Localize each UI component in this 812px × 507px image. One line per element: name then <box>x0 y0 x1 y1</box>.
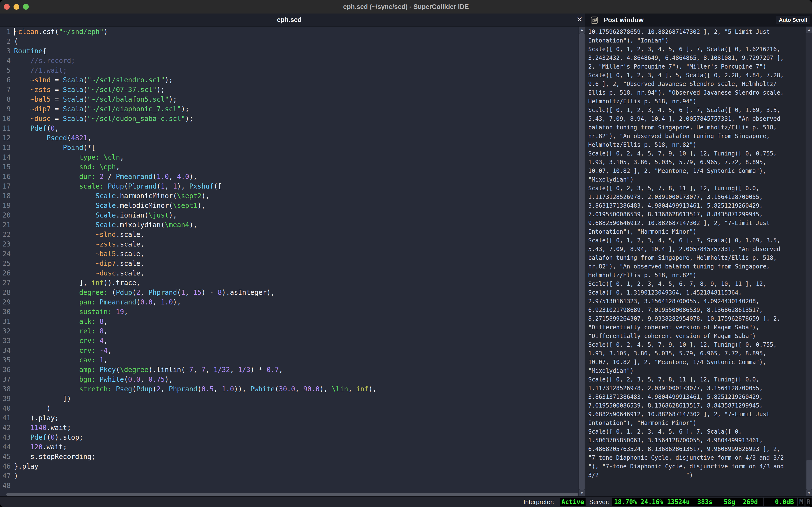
code-line[interactable]: 4 //s.record; <box>0 56 578 66</box>
code-text: atk: 8, <box>11 318 108 326</box>
code-line[interactable]: 45 s.stopRecording; <box>0 452 578 462</box>
code-line[interactable]: 33 crv: 4, <box>0 336 578 346</box>
post-vertical-scrollbar[interactable]: ▲ ▼ <box>806 26 812 496</box>
code-line[interactable]: 29 pan: Pmeanrand(0.0, 1.0), <box>0 297 578 307</box>
post-output[interactable]: 10.175962878659, 10.882687147302 ], 2, "… <box>585 26 806 496</box>
minimize-window-button[interactable] <box>13 4 19 10</box>
text-cursor <box>14 28 15 36</box>
code-line[interactable]: 25 ~dip7.scale, <box>0 259 578 269</box>
editor-horizontal-scrollbar[interactable] <box>0 493 578 496</box>
code-line[interactable]: 5 //1.wait; <box>0 66 578 75</box>
code-line[interactable]: 22 ~slnd.scale, <box>0 230 578 239</box>
code-line[interactable]: 35 cav: 1, <box>0 355 578 365</box>
code-line[interactable]: 41 ).play; <box>0 413 578 423</box>
line-number: 36 <box>0 365 11 375</box>
line-number: 10 <box>0 114 11 124</box>
code-line[interactable]: 23 ~zsts.scale, <box>0 239 578 249</box>
line-number: 37 <box>0 375 11 384</box>
code-line[interactable]: 31 atk: 8, <box>0 317 578 326</box>
code-line[interactable]: 18 Scale.harmonicMinor(\sept2), <box>0 191 578 201</box>
code-line[interactable]: 43 Pdef(0).stop; <box>0 433 578 442</box>
code-line[interactable]: 11 Pdef(0, <box>0 124 578 133</box>
code-text: ~zsts = Scala("~/scl/07-37.scl"); <box>11 86 165 94</box>
code-line[interactable]: 48 <box>0 481 578 491</box>
code-text: Pbind(*[ <box>11 144 95 152</box>
code-line[interactable]: 46}.play <box>0 462 578 471</box>
code-text: sustain: 19, <box>11 308 128 316</box>
code-line[interactable]: 17 scale: Pdup(Plprand(1, 1), Pxshuf([ <box>0 181 578 191</box>
editor-vertical-scrollbar[interactable]: ▲ ▼ <box>578 26 585 496</box>
code-text: ~dusc = Scala("~/scl/dudon_saba-c.scl"); <box>11 115 193 123</box>
code-text: s.stopRecording; <box>11 453 95 461</box>
server-volume[interactable]: 0.0dB <box>764 498 797 506</box>
code-line[interactable]: 20 Scale.ionian(\just), <box>0 211 578 220</box>
code-line[interactable]: 37 bgn: Pwhite(0.0, 0.75), <box>0 375 578 384</box>
auto-scroll-button[interactable]: Auto Scroll <box>776 16 810 24</box>
line-number: 12 <box>0 133 11 143</box>
zoom-window-button[interactable] <box>23 4 29 10</box>
post-line: 10.175962878659, 10.882687147302 ], 2, "… <box>588 27 806 36</box>
detach-panel-icon[interactable] <box>591 16 598 24</box>
line-number: 30 <box>0 307 11 317</box>
code-text: scale: Pdup(Plprand(1, 1), Pxshuf([ <box>11 182 222 190</box>
code-line[interactable]: 44 120.wait; <box>0 442 578 452</box>
code-line[interactable]: 28 degree: (Pdup(2, Phprand(1, 15) - 8).… <box>0 288 578 297</box>
line-number: 1 <box>0 27 11 37</box>
code-line[interactable]: 40 ) <box>0 404 578 413</box>
code-line[interactable]: 1~clean.csf("~/snd/eph") <box>0 27 578 37</box>
editor-hscroll-thumb[interactable] <box>6 493 578 496</box>
server-stats[interactable]: 18.70% 24.16% 13524u 383s 58g 269d <box>612 498 763 506</box>
code-line[interactable]: 7 ~zsts = Scala("~/scl/07-37.scl"); <box>0 85 578 95</box>
code-line[interactable]: 21 Scale.mixolydian(\mean4), <box>0 220 578 230</box>
code-editor[interactable]: 1~clean.csf("~/snd/eph")2(3Routine{4 //s… <box>0 26 578 493</box>
code-line[interactable]: 38 stretch: Pseg(Pdup(2, Phprand(0.5, 1.… <box>0 384 578 394</box>
code-line[interactable]: 26 ~dusc.scale, <box>0 269 578 278</box>
code-line[interactable]: 10 ~dusc = Scala("~/scl/dudon_saba-c.scl… <box>0 114 578 124</box>
code-line[interactable]: 8 ~bal5 = Scala("~/scl/balafon5.scl"); <box>0 95 578 104</box>
code-line[interactable]: 3Routine{ <box>0 46 578 56</box>
code-line[interactable]: 47) <box>0 471 578 481</box>
code-line[interactable]: 36 amp: Pkey(\degree).linlin(-7, 7, 1/32… <box>0 365 578 375</box>
scroll-up-icon[interactable]: ▲ <box>806 26 812 33</box>
code-line[interactable]: 39 ]) <box>0 394 578 404</box>
close-window-button[interactable] <box>4 4 10 10</box>
code-line[interactable]: 24 ~bal5.scale, <box>0 249 578 259</box>
code-line[interactable]: 30 sustain: 19, <box>0 307 578 317</box>
mute-button[interactable]: M <box>798 498 805 506</box>
interpreter-status-badge[interactable]: Active <box>560 498 586 506</box>
scroll-down-icon[interactable]: ▼ <box>806 490 812 496</box>
code-text: Scale.harmonicMinor(\sept2), <box>11 192 209 200</box>
line-number: 18 <box>0 191 11 201</box>
code-line[interactable]: 16 dur: 2 / Pmeanrand(1.0, 4.0), <box>0 172 578 181</box>
code-line[interactable]: 19 Scale.melodicMinor(\sept1), <box>0 201 578 211</box>
code-line[interactable]: 15 snd: \eph, <box>0 162 578 172</box>
code-line[interactable]: 12 Pseed(4821, <box>0 133 578 143</box>
code-line[interactable]: 34 crv: -4, <box>0 346 578 355</box>
close-tab-icon[interactable]: ✕ <box>574 13 585 25</box>
title-bar[interactable]: eph.scd (~/sync/scd) - SuperCollider IDE <box>0 0 812 13</box>
code-line[interactable]: 13 Pbind(*[ <box>0 143 578 153</box>
code-text: stretch: Pseg(Pdup(2, Phprand(0.5, 1.0))… <box>11 385 376 393</box>
server-label: Server: <box>589 497 609 507</box>
code-line[interactable]: 42 1140.wait; <box>0 423 578 433</box>
record-button[interactable]: R <box>806 498 812 506</box>
code-line[interactable]: 27 ], inf)).trace, <box>0 278 578 288</box>
post-line: "Differentially coherent version of Maqa… <box>588 323 806 332</box>
post-vscroll-thumb[interactable] <box>806 460 812 490</box>
scroll-down-icon[interactable]: ▼ <box>579 490 585 496</box>
post-line: Scale([ 0, 1, 2, 3, 4, 5, 6 ], 7, Scala(… <box>588 427 806 436</box>
tab-eph-scd[interactable]: eph.scd <box>0 13 578 26</box>
post-line: 6.4868205763524, 8.1368628613517, 9.9608… <box>588 445 806 453</box>
post-line: nr.82"), "An observed balafon tuning fro… <box>588 262 806 271</box>
line-number: 2 <box>0 37 11 46</box>
code-text: ]) <box>11 395 71 403</box>
code-line[interactable]: 2( <box>0 37 578 46</box>
code-line[interactable]: 6 ~slnd = Scala("~/scl/slendro.scl"); <box>0 75 578 85</box>
editor-vscroll-thumb[interactable] <box>579 33 585 490</box>
line-number: 39 <box>0 394 11 404</box>
code-line[interactable]: 14 type: \cln, <box>0 153 578 162</box>
post-line: Scale([ 0, 1, 2, 3, 4, 5, 6 ], 7, Scala(… <box>588 106 806 114</box>
code-line[interactable]: 9 ~dip7 = Scala("~/scl/diaphonic_7.scl")… <box>0 104 578 114</box>
code-line[interactable]: 32 rel: 8, <box>0 326 578 336</box>
scroll-up-icon[interactable]: ▲ <box>579 26 585 33</box>
